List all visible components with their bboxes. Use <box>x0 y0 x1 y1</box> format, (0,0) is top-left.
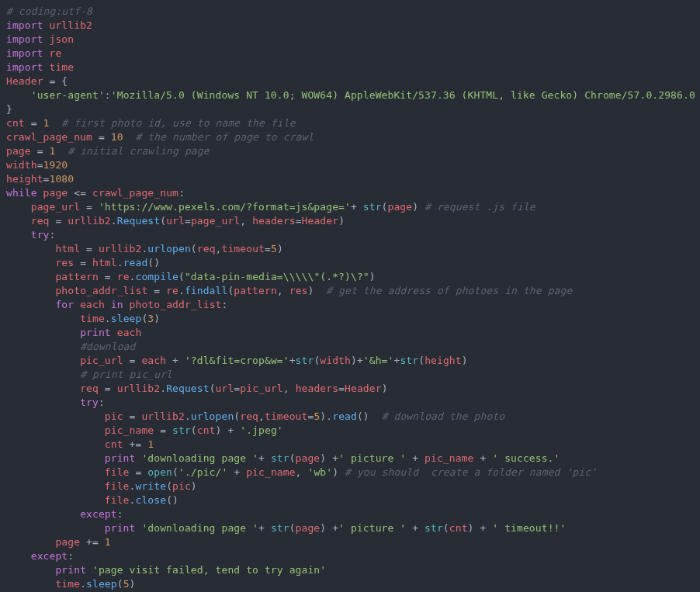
token-op: = <box>31 145 50 157</box>
code-line[interactable]: page += 1 <box>6 536 111 548</box>
token-ident: html <box>92 257 117 268</box>
token-op: ( <box>210 383 216 394</box>
code-line[interactable]: file.write(pic) <box>6 480 197 492</box>
code-line[interactable]: Header = { <box>6 75 68 87</box>
token-ident: pic_name <box>425 452 473 464</box>
token-op: + <box>406 522 425 534</box>
token-op <box>43 19 50 31</box>
token-op <box>6 494 105 506</box>
code-line[interactable]: print 'downloading page '+ str(page) +' … <box>6 452 560 464</box>
code-line[interactable]: except: <box>6 550 74 562</box>
token-op <box>6 327 80 338</box>
token-ident: res <box>55 257 74 268</box>
code-line[interactable]: #download <box>6 341 135 352</box>
code-line[interactable]: time.sleep(5) <box>6 578 136 590</box>
token-op <box>123 299 130 310</box>
code-line[interactable]: try: <box>6 396 105 408</box>
code-line[interactable]: import re <box>6 47 61 59</box>
code-line[interactable]: try: <box>6 229 55 241</box>
code-line[interactable]: time.sleep(3) <box>6 313 160 324</box>
token-ident: page <box>296 452 321 464</box>
token-op: = <box>130 466 148 478</box>
code-line[interactable]: # coding:utf-8 <box>6 5 92 17</box>
token-ident: timeout <box>222 243 265 254</box>
code-line[interactable]: file.close() <box>6 494 178 506</box>
token-string: 'wb' <box>307 466 332 478</box>
token-ident: req <box>240 410 258 422</box>
token-ident: Header <box>345 383 382 394</box>
token-ident: cnt <box>6 117 25 129</box>
code-line[interactable]: import urllib2 <box>6 19 92 31</box>
token-number: 10 <box>111 131 123 143</box>
code-line[interactable]: height=1080 <box>6 173 74 185</box>
code-line[interactable]: # print pic_url <box>6 369 172 380</box>
code-line[interactable]: pic = urllib2.urlopen(req,timeout=5).rea… <box>6 410 504 422</box>
token-ident: height <box>425 355 462 366</box>
code-line[interactable]: } <box>6 103 12 115</box>
token-keyword: except <box>31 550 68 562</box>
code-line[interactable]: width=1920 <box>6 159 68 171</box>
token-ident: page <box>296 522 321 534</box>
code-line[interactable]: while page <= crawl_page_num: <box>6 187 185 199</box>
token-op <box>6 508 80 520</box>
token-op: + <box>258 522 271 534</box>
token-op <box>6 313 80 324</box>
code-line[interactable]: pic_url = each + '?dl&fit=crop&w='+str(w… <box>6 355 468 366</box>
token-ident: req <box>31 215 50 227</box>
code-line[interactable]: page = 1 # initial crawling page <box>6 145 210 157</box>
code-line[interactable]: print 'page visit failed, tend to try ag… <box>6 564 326 576</box>
token-string: 'downloading page ' <box>141 522 258 534</box>
token-op: () <box>357 410 382 422</box>
token-op: ( <box>178 271 185 282</box>
token-ident: height <box>6 173 43 185</box>
token-builtin: str <box>296 355 314 366</box>
token-op <box>105 299 111 310</box>
code-line[interactable]: res = html.read() <box>6 257 160 268</box>
code-line[interactable]: req = urllib2.Request(url=pic_url, heade… <box>6 383 388 394</box>
token-op <box>6 383 80 394</box>
token-op: = <box>296 215 302 227</box>
token-op: = <box>37 159 43 171</box>
code-line[interactable]: page_url = 'https://www.pexels.com/?form… <box>6 201 535 213</box>
token-op: : <box>50 229 56 241</box>
token-op: = <box>265 243 271 254</box>
code-line[interactable]: import time <box>6 61 74 73</box>
token-func: write <box>135 480 166 492</box>
code-line[interactable]: photo_addr_list = re.findall(pattern, re… <box>6 285 572 296</box>
token-op <box>6 438 105 450</box>
code-editor[interactable]: # coding:utf-8 import urllib2 import jso… <box>0 0 700 592</box>
code-line[interactable]: file = open('./pic/' + pic_name, 'wb') #… <box>6 466 597 478</box>
token-ident: each <box>80 299 105 310</box>
code-line[interactable]: print 'downloading page '+ str(page) +' … <box>6 522 566 534</box>
token-op: ) <box>191 480 197 492</box>
token-builtin: open <box>147 466 172 478</box>
token-op: ) <box>307 285 326 296</box>
token-comment: # you should create a folder named 'pic' <box>345 466 597 478</box>
code-line[interactable]: import json <box>6 33 74 45</box>
token-op: : <box>105 89 111 101</box>
token-ident: urllib2 <box>117 383 161 394</box>
code-line[interactable]: cnt = 1 # first photo id, use to name th… <box>6 117 296 129</box>
token-ident: pic_name <box>246 466 295 478</box>
code-line[interactable]: print each <box>6 327 141 338</box>
code-line[interactable]: except: <box>6 508 123 520</box>
token-print: print <box>80 327 111 338</box>
code-line[interactable]: pic_name = str(cnt) + '.jpeg' <box>6 424 283 436</box>
token-string: '&h=' <box>363 355 394 366</box>
token-op: = { <box>43 75 68 87</box>
code-line[interactable]: html = urllib2.urlopen(req,timeout=5) <box>6 243 283 254</box>
code-line[interactable]: req = urllib2.Request(url=page_url, head… <box>6 215 345 227</box>
token-comment: # print pic_url <box>80 369 172 380</box>
code-line[interactable]: cnt += 1 <box>6 438 154 450</box>
token-op: , <box>296 466 308 478</box>
token-op: ) <box>154 313 160 324</box>
token-string: 'downloading page ' <box>141 452 258 464</box>
token-op: = <box>99 383 117 394</box>
code-line[interactable]: pattern = re.compile("data-pin-media=\\\… <box>6 271 376 282</box>
token-ident: urllib2 <box>68 215 111 227</box>
token-ident: file <box>105 480 130 492</box>
code-line[interactable]: crawl_page_num = 10 # the number of page… <box>6 131 314 143</box>
code-line[interactable]: 'user-agent':'Mozilla/5.0 (Windows NT 10… <box>6 89 700 101</box>
token-ident: page <box>43 187 68 199</box>
code-line[interactable]: for each in photo_addr_list: <box>6 299 227 310</box>
